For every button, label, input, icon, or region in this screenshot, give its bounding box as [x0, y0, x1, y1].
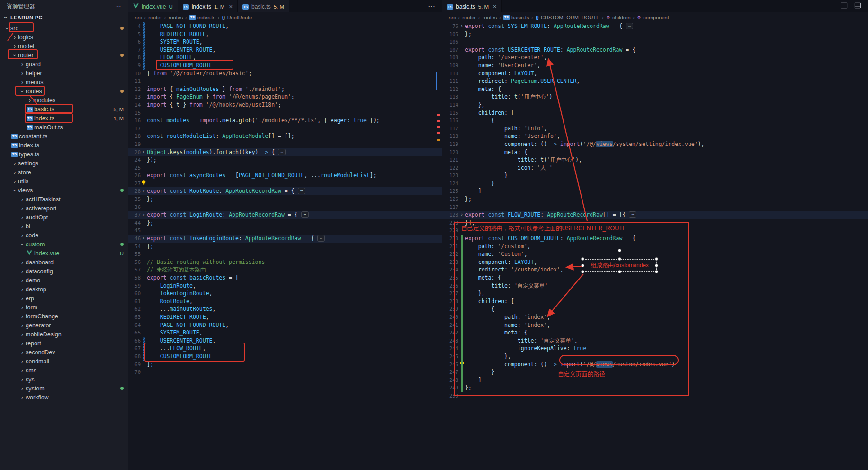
code-line-247[interactable]: 247 }	[442, 368, 868, 376]
chevron-right-icon[interactable]: ›	[19, 386, 26, 391]
tree-item-modules[interactable]: ›modules	[0, 96, 128, 105]
tree-item-secondDev[interactable]: ›secondDev	[0, 348, 128, 357]
code-line-120[interactable]: 120 meta: {	[442, 148, 868, 156]
fold-chevron-icon[interactable]: ›	[141, 148, 147, 156]
code-line-54[interactable]: 54};	[128, 243, 442, 251]
code-line-233[interactable]: 233 component: LAYOUT,	[442, 258, 868, 266]
folded-code-ellipsis[interactable]: ⋯	[298, 188, 305, 194]
tree-item-sms[interactable]: ›sms	[0, 366, 128, 375]
folded-code-ellipsis[interactable]: ⋯	[301, 211, 309, 218]
chevron-right-icon[interactable]: ›	[19, 197, 26, 202]
code-line-128[interactable]: 128›export const FLOW_ROUTE: AppRouteRec…	[442, 211, 868, 219]
tree-item-auditOpt[interactable]: ›auditOpt	[0, 213, 128, 222]
tree-item-formChange[interactable]: ›formChange	[0, 312, 128, 321]
code-line-63[interactable]: 63 REDIRECT_ROUTE,	[128, 313, 442, 321]
code-line-126[interactable]: 126};	[442, 195, 868, 203]
tree-item-types.ts[interactable]: TStypes.ts	[0, 150, 128, 159]
tree-item-routes[interactable]: ›routes	[0, 87, 128, 96]
tree-item-generator[interactable]: ›generator	[0, 321, 128, 330]
tree-item-views[interactable]: ›views	[0, 186, 128, 195]
chevron-right-icon[interactable]: ›	[19, 71, 26, 76]
chevron-right-icon[interactable]: ›	[19, 359, 26, 364]
chevron-right-icon[interactable]: ›	[19, 395, 26, 400]
code-line-24[interactable]: 24});	[128, 156, 442, 164]
chevron-down-icon[interactable]: ›	[19, 88, 25, 95]
code-line-12[interactable]: 12import { mainOutRoutes } from './mainO…	[128, 85, 442, 93]
code-line-237[interactable]: 237 },	[442, 289, 868, 298]
code-line-69[interactable]: 69];	[128, 361, 442, 369]
tree-item-model[interactable]: ›model	[0, 42, 128, 51]
code-line-68[interactable]: 68 CUSTOMFORM_ROUTE	[128, 352, 442, 361]
code-line-7[interactable]: 7 USERCENTER_ROUTE,	[128, 46, 442, 54]
tree-item-mainOut.ts[interactable]: TSmainOut.ts	[0, 123, 128, 132]
code-line-238[interactable]: 238 children: [	[442, 298, 868, 306]
code-line-235[interactable]: 235 meta: {	[442, 274, 868, 282]
code-line-240[interactable]: 240 path: 'index',	[442, 313, 868, 321]
breadcrumb-item[interactable]: ⚙children	[606, 15, 631, 20]
breadcrumb-item[interactable]: routes	[483, 15, 497, 20]
tree-item-constant.ts[interactable]: TSconstant.ts	[0, 132, 128, 141]
folded-code-ellipsis[interactable]: ⋯	[278, 149, 286, 155]
tree-item-store[interactable]: ›store	[0, 168, 128, 177]
tree-item-report[interactable]: ›report	[0, 339, 128, 348]
fold-chevron-icon[interactable]: ›	[458, 22, 465, 30]
code-line-239[interactable]: 239 {	[442, 305, 868, 313]
breadcrumb-item[interactable]: {}RootRoute	[222, 15, 252, 20]
chevron-right-icon[interactable]: ›	[19, 377, 26, 382]
chevron-right-icon[interactable]: ›	[19, 341, 26, 346]
chevron-down-icon[interactable]: ›	[12, 52, 18, 59]
code-line-127[interactable]: 127	[442, 203, 868, 211]
code-line-76[interactable]: 76›export const SYSTEM_ROUTE: AppRouteRe…	[442, 22, 868, 30]
code-line-25[interactable]: 25	[128, 164, 442, 172]
tree-item-custom[interactable]: ›custom	[0, 240, 128, 249]
code-line-106[interactable]: 106	[442, 38, 868, 46]
code-line-228[interactable]: 228}];	[442, 219, 868, 227]
code-line-27[interactable]: 27	[128, 180, 442, 188]
tree-item-utils[interactable]: ›utils	[0, 177, 128, 186]
tree-item-workflow[interactable]: ›workflow	[0, 393, 128, 402]
breadcrumb-item[interactable]: src	[449, 15, 456, 20]
code-line-37[interactable]: 37›export const LoginRoute: AppRouteReco…	[128, 211, 442, 219]
code-line-60[interactable]: 60 TokenLoginRoute,	[128, 289, 442, 298]
code-line-28[interactable]: 28›export const RootRoute: AppRouteRecor…	[128, 187, 442, 195]
chevron-right-icon[interactable]: ›	[19, 296, 26, 301]
code-line-70[interactable]: 70	[128, 368, 442, 376]
tree-item-mobileDesign[interactable]: ›mobileDesign	[0, 330, 128, 339]
breadcrumb-item[interactable]: routes	[169, 15, 183, 20]
folded-code-ellipsis[interactable]: ⋯	[317, 235, 325, 242]
tree-item-dataconfig[interactable]: ›dataconfig	[0, 267, 128, 276]
code-line-246[interactable]: 246 component: () => import('/@/views/cu…	[442, 361, 868, 369]
tree-item-actHiTaskinst[interactable]: ›actHiTaskinst	[0, 195, 128, 204]
code-line-55[interactable]: 55	[128, 250, 442, 258]
tree-item-code[interactable]: ›code	[0, 231, 128, 240]
code-line-67[interactable]: 67 ...FLOW_ROUTE,	[128, 344, 442, 352]
tree-item-router[interactable]: ›router	[0, 51, 128, 60]
breadcrumb-item[interactable]: src	[135, 15, 142, 20]
split-editor-icon[interactable]	[841, 2, 848, 11]
code-line-231[interactable]: 231 path: '/custom',	[442, 243, 868, 251]
code-line-20[interactable]: 20›Object.keys(modules).forEach((key) =>…	[128, 148, 442, 156]
close-icon[interactable]: ×	[229, 3, 233, 10]
code-line-14[interactable]: 14import { t } from '/@/hooks/web/useI18…	[128, 101, 442, 109]
code-line-241[interactable]: 241 name: 'Index',	[442, 321, 868, 329]
chevron-right-icon[interactable]: ›	[19, 206, 26, 211]
chevron-down-icon[interactable]: ›	[12, 187, 18, 194]
code-line-64[interactable]: 64 PAGE_NOT_FOUND_ROUTE,	[128, 321, 442, 329]
code-line-26[interactable]: 26export const asyncRoutes = [PAGE_NOT_F…	[128, 172, 442, 180]
code-line-234[interactable]: 234 redirect: '/custom/index',	[442, 266, 868, 274]
code-line-11[interactable]: 11	[128, 77, 442, 85]
tree-item-erp[interactable]: ›erp	[0, 294, 128, 303]
tree-item-bi[interactable]: ›bi	[0, 222, 128, 231]
code-line-109[interactable]: 109 name: 'UserCenter',	[442, 62, 868, 70]
code-line-8[interactable]: 8 FLOW_ROUTE,	[128, 54, 442, 62]
chevron-right-icon[interactable]: ›	[11, 161, 18, 166]
breadcrumb-item[interactable]: router	[462, 15, 476, 20]
folded-code-ellipsis[interactable]: ⋯	[629, 211, 636, 218]
code-line-36[interactable]: 36	[128, 203, 442, 211]
code-line-119[interactable]: 119 component: () => import('/@/views/sy…	[442, 140, 868, 148]
code-line-124[interactable]: 124 }	[442, 180, 868, 188]
fold-chevron-icon[interactable]: ›	[141, 211, 147, 219]
project-section-header[interactable]: › LEARUN PC	[0, 12, 128, 23]
code-line-125[interactable]: 125 ]	[442, 187, 868, 195]
chevron-right-icon[interactable]: ›	[19, 368, 26, 373]
